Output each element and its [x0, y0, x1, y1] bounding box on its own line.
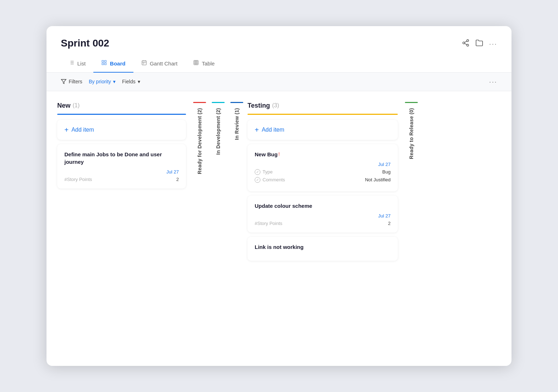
card-update-colour-date-row: Jul 27: [255, 213, 391, 219]
board-area: New (1) + Add item Define main Jobs to b…: [46, 91, 512, 366]
tab-gantt-label: Gantt Chart: [150, 60, 178, 67]
type-circle-icon: ✓: [255, 169, 260, 175]
column-testing-count: (3): [272, 102, 279, 109]
board-tab-icon: [101, 60, 107, 67]
svg-rect-11: [102, 60, 104, 62]
svg-rect-14: [105, 63, 107, 65]
add-plus-icon-new: +: [64, 126, 69, 133]
add-item-label-new: Add item: [72, 127, 94, 133]
add-item-card-new[interactable]: + Add item: [57, 120, 186, 140]
column-testing-header: Testing (3): [248, 102, 398, 109]
by-priority-dropdown[interactable]: By priority ▾: [89, 79, 116, 84]
toolbar-more-icon[interactable]: ···: [489, 78, 497, 86]
app-window: Sprint 002 ···: [46, 26, 512, 366]
folder-icon[interactable]: [475, 39, 483, 49]
card-new-bug-title: New Bug: [255, 151, 278, 158]
add-item-card-testing[interactable]: + Add item: [248, 120, 398, 140]
ready-to-release-title: Ready to Release (0): [408, 108, 414, 159]
add-item-label-testing: Add item: [262, 127, 284, 133]
column-ready-to-release[interactable]: Ready to Release (0): [403, 102, 419, 159]
card-update-colour-meta: #Story Points 2: [255, 221, 391, 226]
fields-dropdown[interactable]: Fields ▾: [122, 79, 140, 84]
in-development-bar: [212, 102, 225, 103]
header: Sprint 002 ···: [46, 26, 512, 49]
tab-board[interactable]: Board: [93, 56, 133, 73]
tab-board-label: Board: [110, 60, 125, 67]
header-more-icon[interactable]: ···: [489, 40, 497, 48]
header-actions: ···: [462, 38, 497, 49]
colour-story-points-label: #Story Points: [255, 221, 282, 226]
card-define-jobs-meta: #Story Points 2: [64, 177, 179, 182]
column-new-header: New (1): [57, 102, 186, 109]
column-new-bar: [57, 114, 186, 115]
card-new-bug-date-row: Jul 27: [255, 162, 391, 167]
card-define-jobs-title: Define main Jobs to be Done and user jou…: [64, 151, 179, 166]
tab-list-label: List: [77, 60, 85, 67]
svg-point-2: [467, 44, 469, 46]
page-title: Sprint 002: [61, 38, 109, 49]
in-review-bar: [230, 102, 243, 103]
list-tab-icon: [69, 60, 74, 67]
comments-circle-icon: ✓: [255, 177, 260, 183]
in-review-title: In Review (1): [234, 108, 240, 140]
tab-list[interactable]: List: [61, 56, 93, 73]
column-in-development[interactable]: In Development (2): [210, 102, 226, 155]
card-define-jobs-date-row: Jul 27: [64, 169, 179, 175]
svg-rect-12: [105, 60, 107, 62]
svg-rect-13: [102, 63, 104, 65]
type-field-value: Bug: [382, 169, 391, 175]
filter-button[interactable]: Filters: [61, 79, 82, 84]
tab-table-label: Table: [202, 60, 215, 67]
column-testing-title: Testing: [248, 102, 270, 109]
svg-point-0: [467, 40, 469, 42]
ready-for-dev-title: Ready for Development (2): [197, 108, 202, 174]
by-priority-arrow: ▾: [113, 79, 116, 84]
card-new-bug-date: Jul 27: [378, 162, 391, 167]
svg-line-3: [465, 43, 467, 45]
card-define-jobs[interactable]: Define main Jobs to be Done and user jou…: [57, 144, 186, 188]
table-tab-icon: [193, 60, 199, 67]
colour-story-points-value: 2: [388, 221, 391, 226]
toolbar: Filters By priority ▾ Fields ▾ ···: [46, 73, 512, 91]
card-update-colour-date: Jul 27: [378, 213, 391, 219]
comments-field-label: ✓ Comments: [255, 177, 285, 183]
fields-label: Fields: [122, 79, 135, 84]
column-ready-for-dev[interactable]: Ready for Development (2): [192, 102, 207, 174]
by-priority-label: By priority: [89, 79, 111, 84]
column-in-review[interactable]: In Review (1): [229, 102, 245, 140]
svg-point-1: [463, 42, 465, 44]
type-field-label: ✓ Type: [255, 169, 273, 175]
card-new-bug[interactable]: New Bug ! Jul 27 ✓ Type Bug ✓: [248, 144, 398, 191]
card-new-bug-comments-row: ✓ Comments Not Justified: [255, 177, 391, 183]
filter-label: Filters: [69, 79, 82, 84]
comments-field-value: Not Justified: [365, 177, 391, 182]
tab-table[interactable]: Table: [185, 56, 222, 73]
in-development-title: In Development (2): [215, 108, 221, 155]
gantt-tab-icon: [141, 60, 147, 67]
tab-gantt[interactable]: Gantt Chart: [133, 56, 186, 73]
svg-marker-26: [61, 79, 66, 84]
svg-line-4: [465, 41, 467, 43]
card-define-jobs-date: Jul 27: [166, 169, 179, 175]
svg-rect-21: [194, 60, 198, 65]
column-testing: Testing (3) + Add item New Bug ! Ju: [248, 102, 398, 265]
fields-arrow: ▾: [138, 79, 140, 84]
card-new-bug-type-row: ✓ Type Bug: [255, 169, 391, 175]
column-testing-bar: [248, 114, 398, 115]
story-points-label: #Story Points: [64, 177, 92, 182]
tabs-bar: List Board Gantt Chart: [46, 49, 512, 73]
column-new-title: New: [57, 102, 70, 109]
share-icon[interactable]: [462, 39, 470, 49]
card-update-colour-title: Update colour scheme: [255, 202, 391, 210]
story-points-value: 2: [176, 177, 179, 182]
column-new: New (1) + Add item Define main Jobs to b…: [57, 102, 186, 193]
ready-to-release-bar: [405, 102, 418, 103]
card-update-colour[interactable]: Update colour scheme Jul 27 #Story Point…: [248, 196, 398, 232]
add-plus-icon-testing: +: [255, 126, 259, 133]
ready-for-dev-bar: [193, 102, 206, 103]
bug-exclamation-icon: !: [278, 151, 280, 157]
card-link-not-working-title: Link is not working: [255, 243, 391, 251]
column-new-count: (1): [73, 102, 80, 109]
card-link-not-working[interactable]: Link is not working: [248, 237, 398, 261]
